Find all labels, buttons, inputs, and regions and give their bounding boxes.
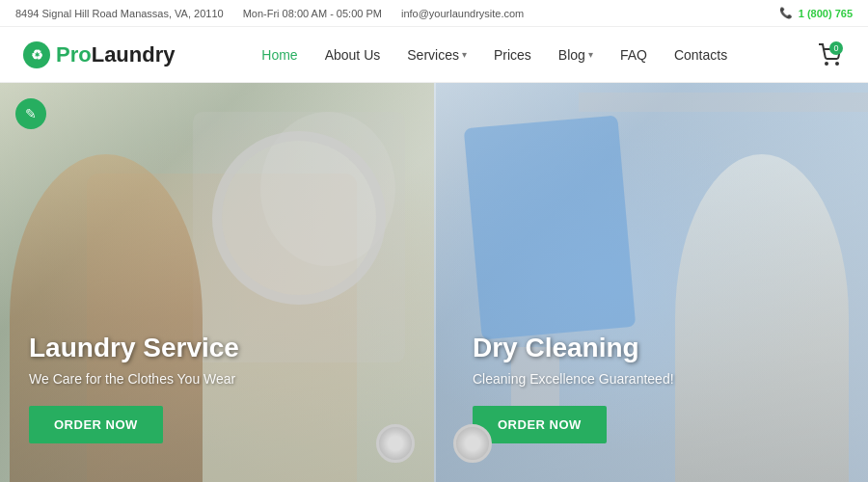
nav-faq[interactable]: FAQ: [609, 40, 659, 70]
topbar-info: 8494 Signal Hill Road Manassas, VA, 2011…: [15, 8, 524, 19]
hero-left-content: Laundry Service We Care for the Clothes …: [0, 333, 278, 482]
main-nav: Home About Us Services ▾ Prices Blog ▾ F…: [250, 40, 739, 70]
topbar-email: info@yourlaundrysite.com: [401, 8, 524, 19]
hero-knob-left: [376, 424, 415, 463]
nav-home[interactable]: Home: [250, 40, 309, 70]
nav-about-label: About Us: [325, 47, 381, 63]
cart-button[interactable]: 0: [814, 40, 845, 70]
hero-divider: [434, 83, 436, 482]
hero-section: ✎ Laundry Service We Care for the Clothe…: [0, 83, 868, 482]
logo-icon: ♻: [23, 41, 50, 68]
nav-contacts-label: Contacts: [674, 47, 727, 63]
hero-right-title: Dry Cleaning: [473, 333, 674, 363]
topbar-phone-number: 1 (800) 765: [799, 8, 853, 19]
nav-prices-label: Prices: [494, 47, 531, 63]
nav-services-label: Services: [407, 47, 459, 63]
nav-blog[interactable]: Blog ▾: [547, 40, 605, 70]
logo-symbol: ♻: [31, 47, 43, 63]
hero-knob-right: [453, 424, 492, 463]
chevron-down-icon-blog: ▾: [588, 49, 593, 60]
topbar-hours: Mon-Fri 08:00 AM - 05:00 PM: [243, 8, 382, 19]
logo[interactable]: ♻ ProLaundry: [23, 41, 175, 68]
logo-laundry: Laundry: [92, 42, 176, 67]
svg-point-1: [836, 63, 838, 65]
nav-blog-label: Blog: [558, 47, 585, 63]
chevron-down-icon: ▾: [462, 49, 467, 60]
hero-left-order-button[interactable]: Order Now: [29, 406, 163, 443]
hero-left-panel: Laundry Service We Care for the Clothes …: [0, 83, 434, 482]
svg-point-0: [826, 63, 827, 65]
header: ♻ ProLaundry Home About Us Services ▾ Pr…: [0, 27, 868, 83]
phone-icon: 📞: [779, 7, 793, 19]
hero-right-panel: Dry Cleaning Cleaning Excellence Guarant…: [434, 83, 868, 482]
nav-about[interactable]: About Us: [313, 40, 393, 70]
hero-right-subtitle: Cleaning Excellence Guaranteed!: [473, 371, 674, 387]
edit-button[interactable]: ✎: [15, 98, 46, 129]
logo-pro: Pro: [56, 42, 92, 67]
topbar-address: 8494 Signal Hill Road Manassas, VA, 2011…: [15, 8, 224, 19]
logo-text: ProLaundry: [56, 42, 175, 67]
nav-contacts[interactable]: Contacts: [663, 40, 739, 70]
pencil-icon: ✎: [25, 106, 37, 121]
hero-right-order-button[interactable]: Order Now: [473, 406, 607, 443]
hero-left-title: Laundry Service: [29, 333, 239, 363]
nav-prices[interactable]: Prices: [482, 40, 543, 70]
hero-left-subtitle: We Care for the Clothes You Wear: [29, 371, 239, 387]
nav-services[interactable]: Services ▾: [395, 40, 478, 70]
nav-faq-label: FAQ: [620, 47, 647, 63]
topbar-phone[interactable]: 📞 1 (800) 765: [779, 7, 853, 19]
nav-home-label: Home: [261, 47, 297, 63]
cart-badge: 0: [829, 41, 843, 55]
topbar: 8494 Signal Hill Road Manassas, VA, 2011…: [0, 0, 868, 27]
